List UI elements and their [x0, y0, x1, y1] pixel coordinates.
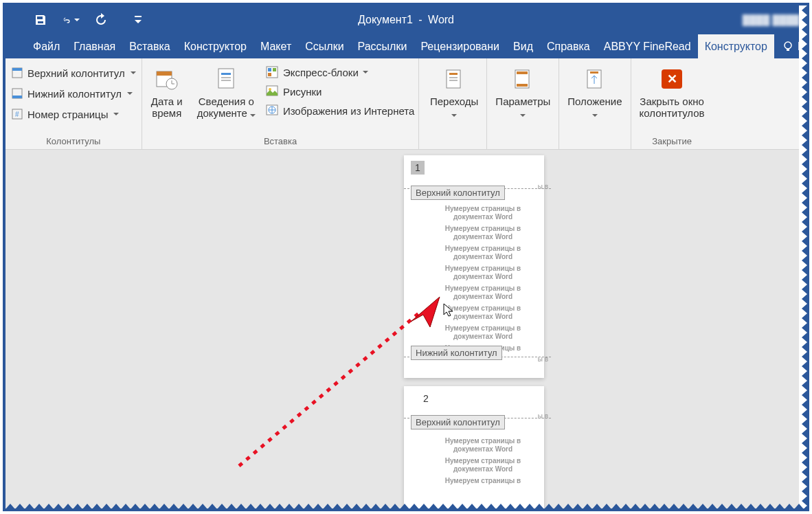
doc-name: Документ1 [358, 14, 413, 25]
page-number-button[interactable]: # Номер страницы [10, 105, 137, 123]
document-workspace[interactable]: 1 ы в Верхний колонтитул Нумеруем страни… [5, 150, 807, 509]
titlebar: Документ1 - Word ████ ████ [5, 5, 807, 34]
close-icon: ✕ [659, 67, 684, 91]
page-2[interactable]: 2 ы в Верхний колонтитул Нумеруем страни… [404, 386, 544, 509]
tab-help[interactable]: Справка [540, 34, 597, 58]
tab-design[interactable]: Конструктор [177, 34, 253, 58]
footer-button[interactable]: Нижний колонтитул [10, 85, 137, 102]
group-position: Положение [559, 58, 631, 149]
quick-access-toolbar [32, 11, 147, 29]
group-options: Параметры [487, 58, 559, 149]
quick-parts-icon [265, 65, 279, 79]
svg-rect-19 [268, 73, 271, 76]
group-navigation: Переходы [422, 58, 487, 149]
position-icon [583, 67, 607, 91]
svg-line-33 [239, 311, 422, 466]
close-hf-button[interactable]: ✕ Закрыть окноколонтитулов [635, 61, 709, 120]
header-tag[interactable]: Верхний колонтитул [411, 415, 505, 429]
body-text: Нумеруем страницы вдокументах WordНумеру… [427, 437, 539, 489]
svg-rect-0 [135, 16, 142, 17]
truncated-text: ы в [538, 183, 548, 190]
doc-info-icon [214, 67, 238, 91]
group-label: Вставка [146, 135, 415, 149]
user-account[interactable]: ████ ████ [743, 14, 800, 25]
tab-file[interactable]: Файл [26, 34, 67, 58]
ribbon-tabs: Файл Главная Вставка Конструктор Макет С… [5, 34, 807, 58]
redo-icon[interactable] [92, 11, 110, 29]
group-close: ✕ Закрыть окноколонтитулов Закрытие [631, 58, 713, 149]
body-text: Нумеруем страницы вдокументах WordНумеру… [427, 205, 539, 357]
svg-rect-26 [449, 77, 458, 78]
svg-rect-27 [449, 80, 458, 81]
save-icon[interactable] [32, 11, 49, 29]
svg-rect-29 [517, 71, 528, 74]
navigation-button[interactable]: Переходы [426, 61, 482, 120]
navigation-icon [442, 67, 466, 91]
svg-rect-24 [447, 70, 460, 88]
group-header-footer: Верхний колонтитул Нижний колонтитул # Н… [5, 58, 142, 149]
header-button[interactable]: Верхний колонтитул [10, 64, 137, 82]
tab-insert[interactable]: Вставка [122, 34, 177, 58]
group-label: Колонтитулы [10, 135, 137, 149]
undo-icon[interactable] [62, 11, 80, 29]
svg-rect-32 [590, 71, 598, 74]
chevron-down-icon [250, 114, 256, 117]
doc-info-button[interactable]: Сведения одокументе [193, 61, 260, 120]
cursor-icon [442, 302, 456, 319]
chevron-down-icon [131, 71, 136, 74]
ribbon: Верхний колонтитул Нижний колонтитул # Н… [5, 58, 807, 150]
date-time-button[interactable]: Дата ивремя [146, 61, 188, 120]
page-number-icon: # [11, 108, 23, 120]
svg-rect-25 [449, 73, 458, 75]
lightbulb-icon [782, 41, 793, 52]
chevron-down-icon [363, 71, 368, 74]
tab-abbyy[interactable]: ABBYY FineRead [597, 34, 698, 58]
chevron-down-icon [451, 114, 457, 117]
tab-view[interactable]: Вид [506, 34, 540, 58]
group-insert: Дата ивремя Сведения одокументе Экспресс… [142, 58, 420, 149]
tab-mailings[interactable]: Рассылки [351, 34, 414, 58]
footer-tag[interactable]: Нижний колонтитул [411, 346, 502, 360]
tab-hf-design[interactable]: Конструктор [698, 34, 774, 58]
footer-icon [11, 87, 23, 100]
options-icon [510, 67, 535, 91]
svg-rect-14 [221, 77, 231, 78]
svg-rect-17 [268, 68, 271, 71]
svg-rect-15 [221, 80, 231, 81]
page-number-field[interactable]: 1 [411, 161, 425, 175]
header-tag[interactable]: Верхний колонтитул [411, 186, 505, 200]
svg-text:#: # [15, 111, 19, 118]
svg-rect-10 [157, 71, 172, 76]
online-pictures-button[interactable]: Изображения из Интернета [265, 104, 414, 118]
svg-rect-13 [221, 73, 231, 75]
svg-point-1 [785, 42, 791, 49]
pictures-button[interactable]: Рисунки [265, 85, 414, 98]
chevron-down-icon [113, 113, 119, 115]
tab-home[interactable]: Главная [67, 34, 122, 58]
svg-rect-18 [273, 68, 276, 71]
svg-rect-4 [12, 68, 22, 71]
quick-parts-button[interactable]: Экспресс-блоки [265, 65, 414, 79]
svg-rect-6 [12, 96, 22, 98]
chevron-down-icon [520, 114, 526, 117]
page-number-field[interactable]: 2 [419, 392, 433, 405]
torn-edge-bottom [5, 501, 807, 509]
header-icon [11, 67, 23, 79]
tab-layout[interactable]: Макет [253, 34, 298, 58]
torn-edge-right [799, 5, 807, 509]
position-button[interactable]: Положение [563, 61, 626, 120]
tab-references[interactable]: Ссылки [298, 34, 350, 58]
truncated-text: ы в [538, 412, 548, 420]
tab-review[interactable]: Рецензировани [414, 34, 506, 58]
online-pictures-icon [265, 104, 279, 118]
date-time-icon [155, 67, 179, 91]
group-label: Закрытие [635, 135, 709, 149]
options-button[interactable]: Параметры [491, 61, 554, 120]
chevron-down-icon [127, 92, 133, 95]
customize-qat-icon[interactable] [129, 11, 147, 29]
pictures-icon [265, 85, 279, 98]
app-name: Word [428, 14, 454, 25]
page-1[interactable]: 1 ы в Верхний колонтитул Нумеруем страни… [404, 155, 544, 378]
svg-rect-30 [517, 84, 528, 87]
svg-rect-2 [787, 49, 789, 51]
